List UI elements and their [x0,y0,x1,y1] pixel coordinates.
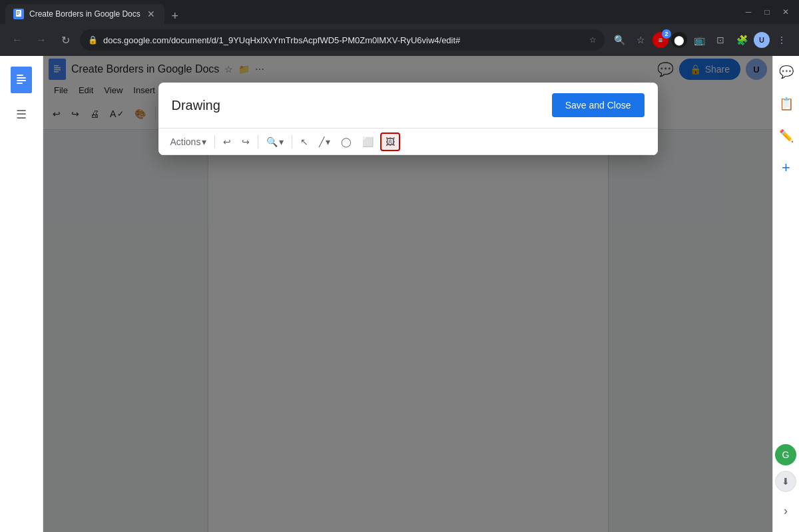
shape-tool-button[interactable]: ◯ [337,133,356,151]
star-icon[interactable]: ☆ [589,35,597,45]
maximize-button[interactable]: □ [759,4,775,20]
svg-rect-1 [17,11,20,12]
forward-button[interactable]: → [32,31,51,49]
docs-sidebar-right: 💬 📋 ✏️ + G ⬇ › [772,56,799,532]
docs-main: Create Borders in Google Docs ☆ 📁 ⋯ 💬 🔒 … [43,56,772,532]
dialog-header: Drawing Save and Close [158,83,658,129]
extension-icon-red[interactable]: ≡ 2 [653,32,668,48]
expand-icon[interactable]: › [775,500,796,521]
bookmark-icon[interactable]: ☆ [631,31,650,49]
docs-logo [11,67,32,93]
shape-icon: ◯ [341,136,352,147]
line-chevron-icon: ▾ [326,136,330,147]
drawing-dialog: Drawing Save and Close Actions ▾ ↩ ↪ [158,83,658,155]
docs-sidebar-icon-1[interactable]: ☰ [11,104,32,125]
save-and-close-button[interactable]: Save and Close [552,93,645,117]
select-icon: ↖ [300,136,308,147]
sidebar-expand-icon[interactable]: › [775,500,796,521]
tool-divider-3 [292,135,292,148]
close-window-button[interactable]: ✕ [778,4,794,20]
extension-icon-red-container: ≡ 2 [653,32,668,48]
sidebar-bottom-btns: G ⬇ [775,444,796,492]
minimize-button[interactable]: ─ [740,4,756,20]
browser-actions: 🔍 ☆ ≡ 2 ⬤ 📺 ⊡ 🧩 U ⋮ [610,31,791,49]
drawing-toolbar: Actions ▾ ↩ ↪ 🔍 ▾ ↖ [158,129,658,155]
url-bar[interactable]: 🔒 docs.google.com/document/d/1_9YUqHxlXv… [80,29,605,51]
textbox-icon: ⬜ [362,136,374,147]
text-tool-button[interactable]: ⬜ [358,133,378,151]
select-tool-button[interactable]: ↖ [296,133,312,151]
actions-menu-button[interactable]: Actions ▾ [166,133,211,151]
line-tool-button[interactable]: ╱ ▾ [315,133,334,151]
tool-divider-1 [214,135,215,148]
tab-title: Create Borders in Google Docs [29,9,140,19]
sidebar-edit-icon[interactable]: ✏️ [776,125,797,146]
refresh-button[interactable]: ↻ [56,31,75,49]
actions-chevron-icon: ▾ [202,136,206,147]
sidebar-add-icon[interactable]: + [776,157,797,178]
search-icon[interactable]: 🔍 [610,31,629,49]
svg-rect-7 [17,80,26,81]
url-text: docs.google.com/document/d/1_9YUqHxlXvYm… [103,35,584,45]
svg-rect-6 [17,77,26,79]
window-controls: ─ □ ✕ [740,4,794,20]
menu-icon[interactable]: ⋮ [772,31,791,49]
docs-sidebar-left: ☰ [0,56,43,532]
extension-badge: 2 [662,29,671,39]
zoom-drawing-icon: 🔍 [266,136,278,147]
lock-icon: 🔒 [88,35,98,45]
browser-frame: Create Borders in Google Docs ✕ + ─ □ ✕ … [0,0,799,532]
tool-divider-2 [258,135,258,148]
extensions-icon[interactable]: 🧩 [732,31,751,49]
back-button[interactable]: ← [8,31,27,49]
explore-button[interactable]: ⬇ [775,471,796,492]
active-tab[interactable]: Create Borders in Google Docs ✕ [5,4,164,24]
modal-overlay: Drawing Save and Close Actions ▾ ↩ ↪ [43,56,772,532]
tab-bar: Create Borders in Google Docs ✕ + [5,0,735,24]
svg-rect-8 [17,83,23,84]
media-icon[interactable]: ⊡ [711,31,730,49]
extension-icon-dark[interactable]: ⬤ [671,32,687,48]
page-content: ☰ [0,56,799,532]
image-tool-button[interactable]: 🖼 [380,133,400,151]
sidebar-clipboard-icon[interactable]: 📋 [776,93,797,115]
redo-drawing-button[interactable]: ↪ [238,133,254,151]
address-bar: ← → ↻ 🔒 docs.google.com/document/d/1_9YU… [0,24,799,56]
tab-favicon [13,9,24,19]
svg-rect-2 [17,13,20,13]
title-bar: Create Borders in Google Docs ✕ + ─ □ ✕ [0,0,799,24]
dialog-title: Drawing [172,98,220,113]
svg-rect-5 [17,75,23,76]
sidebar-comment-icon[interactable]: 💬 [776,61,797,83]
zoom-drawing-chevron-icon: ▾ [279,136,284,147]
grammarly-button[interactable]: G [775,444,796,465]
line-icon: ╱ [319,136,324,147]
tab-close-button[interactable]: ✕ [146,9,156,19]
image-icon: 🖼 [386,136,395,147]
new-tab-button[interactable]: + [167,8,183,24]
cast-icon[interactable]: 📺 [690,31,708,49]
svg-rect-3 [17,14,19,15]
zoom-drawing-button[interactable]: 🔍 ▾ [262,133,288,151]
profile-avatar[interactable]: U [754,32,770,48]
undo-drawing-button[interactable]: ↩ [219,133,235,151]
